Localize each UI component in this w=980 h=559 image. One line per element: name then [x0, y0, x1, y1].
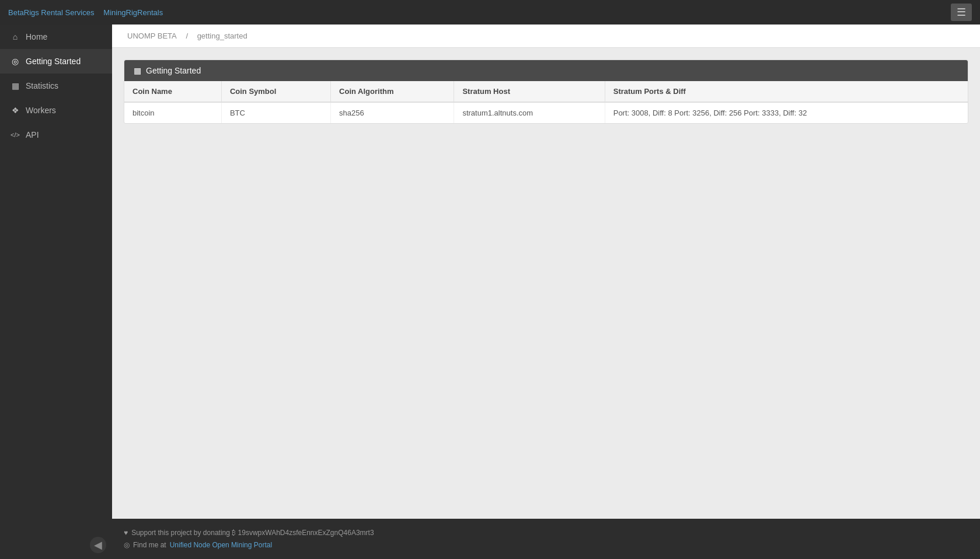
sidebar: ⌂ Home ◎ Getting Started ▦ Statistics ❖ … [0, 25, 112, 559]
footer-find-row: ◎ Find me at Unified Node Open Mining Po… [124, 539, 968, 551]
statistics-icon: ▦ [11, 81, 20, 90]
find-link[interactable]: Unified Node Open Mining Portal [170, 539, 272, 551]
col-stratum-host: Stratum Host [454, 81, 605, 102]
sidebar-collapse-area: ◀ [0, 531, 112, 559]
col-coin-algorithm: Coin Algorithm [331, 81, 454, 102]
col-coin-name: Coin Name [124, 81, 221, 102]
workers-icon: ❖ [11, 106, 20, 115]
coin-table: Coin Name Coin Symbol Coin Algorithm Str… [124, 81, 968, 123]
breadcrumb-separator: / [186, 32, 188, 40]
betarigs-link[interactable]: BetaRigs Rental Services [8, 8, 94, 17]
layout: ⌂ Home ◎ Getting Started ▦ Statistics ❖ … [0, 25, 980, 559]
table-row: bitcoin BTC sha256 stratum1.altnuts.com … [124, 102, 968, 123]
hamburger-button[interactable]: ☰ [951, 4, 972, 21]
table-head: Coin Name Coin Symbol Coin Algorithm Str… [124, 81, 968, 102]
getting-started-icon: ◎ [11, 57, 20, 66]
sidebar-item-label-workers: Workers [26, 106, 56, 115]
find-text: Find me at [133, 539, 166, 551]
circle-icon: ◎ [124, 539, 130, 551]
heart-icon: ♥ [124, 527, 128, 539]
api-icon: </> [11, 131, 20, 138]
topbar-links: BetaRigs Rental Services MiningRigRental… [8, 8, 170, 17]
sidebar-item-statistics[interactable]: ▦ Statistics [0, 74, 112, 98]
breadcrumb-root: UNOMP BETA [127, 32, 177, 40]
cell-coin-name: bitcoin [124, 102, 221, 123]
card-body: Coin Name Coin Symbol Coin Algorithm Str… [124, 81, 968, 123]
cell-stratum-ports: Port: 3008, Diff: 8 Port: 3256, Diff: 25… [605, 102, 968, 123]
breadcrumb-current: getting_started [197, 32, 247, 40]
sidebar-collapse-button[interactable]: ◀ [90, 537, 106, 553]
sidebar-item-label-home: Home [26, 32, 47, 41]
card-header: ▦ Getting Started [124, 60, 968, 81]
card-header-title: Getting Started [146, 66, 201, 75]
sidebar-item-label-api: API [26, 130, 39, 139]
sidebar-item-workers[interactable]: ❖ Workers [0, 98, 112, 123]
table-header-row: Coin Name Coin Symbol Coin Algorithm Str… [124, 81, 968, 102]
sidebar-nav: ⌂ Home ◎ Getting Started ▦ Statistics ❖ … [0, 25, 112, 531]
card-header-icon: ▦ [134, 66, 141, 75]
col-stratum-ports: Stratum Ports & Diff [605, 81, 968, 102]
cell-stratum-host: stratum1.altnuts.com [454, 102, 605, 123]
cell-coin-symbol: BTC [221, 102, 330, 123]
breadcrumb: UNOMP BETA / getting_started [112, 25, 980, 48]
sidebar-item-label-statistics: Statistics [26, 81, 58, 90]
miningrig-link[interactable]: MiningRigRentals [103, 8, 163, 17]
footer-donate-row: ♥ Support this project by donating ₿ 19s… [124, 527, 968, 539]
footer: ♥ Support this project by donating ₿ 19s… [112, 519, 980, 559]
topbar: BetaRigs Rental Services MiningRigRental… [0, 0, 980, 25]
sidebar-item-home[interactable]: ⌂ Home [0, 25, 112, 49]
cell-coin-algorithm: sha256 [331, 102, 454, 123]
home-icon: ⌂ [11, 32, 20, 41]
sidebar-item-api[interactable]: </> API [0, 123, 112, 147]
sidebar-item-label-getting-started: Getting Started [26, 57, 81, 66]
table-body: bitcoin BTC sha256 stratum1.altnuts.com … [124, 102, 968, 123]
getting-started-card: ▦ Getting Started Coin Name Coin Symbol … [124, 60, 968, 124]
col-coin-symbol: Coin Symbol [221, 81, 330, 102]
sidebar-item-getting-started[interactable]: ◎ Getting Started [0, 49, 112, 74]
donate-text: Support this project by donating ₿ 19svw… [131, 527, 374, 539]
main-content: UNOMP BETA / getting_started ▦ Getting S… [112, 25, 980, 559]
content-area: ▦ Getting Started Coin Name Coin Symbol … [112, 48, 980, 519]
